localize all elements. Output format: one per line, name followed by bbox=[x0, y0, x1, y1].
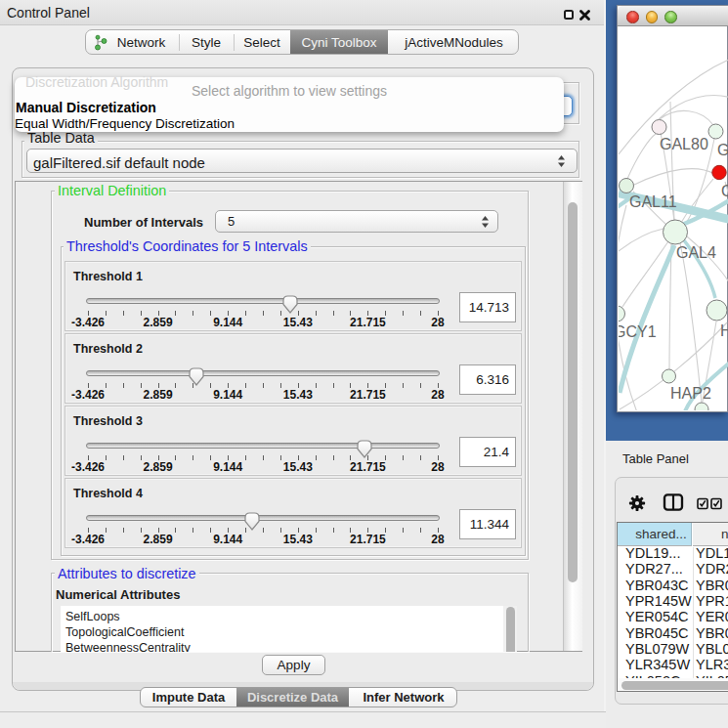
svg-text:HI: HI bbox=[720, 322, 728, 339]
svg-text:CY: CY bbox=[721, 183, 728, 199]
svg-text:GCY1: GCY1 bbox=[619, 323, 657, 340]
svg-text:GAL11: GAL11 bbox=[629, 193, 677, 210]
svg-text:HAP2: HAP2 bbox=[670, 385, 711, 402]
svg-text:GAL80: GAL80 bbox=[660, 136, 708, 152]
svg-text:GA: GA bbox=[717, 142, 728, 158]
svg-text:GAL4: GAL4 bbox=[676, 244, 716, 261]
